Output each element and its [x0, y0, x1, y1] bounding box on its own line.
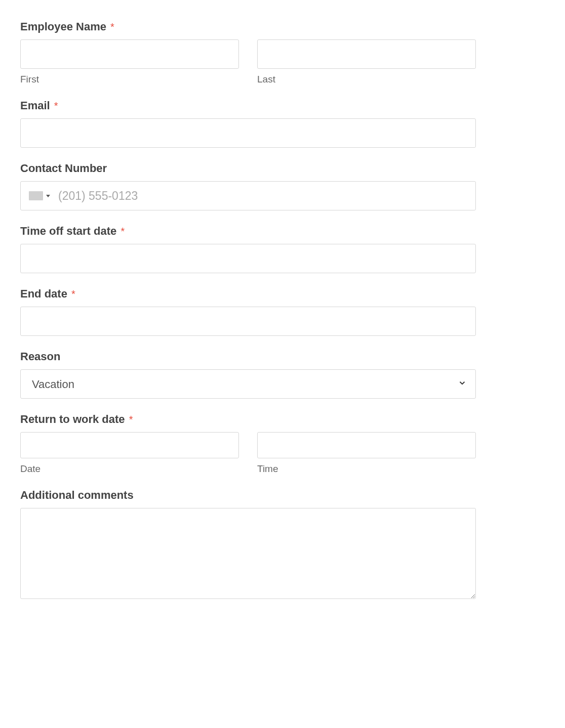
return-date-sublabel: Date: [20, 463, 239, 475]
required-marker: *: [110, 21, 114, 32]
last-name-col: Last: [257, 39, 476, 85]
required-marker: *: [71, 288, 75, 299]
return-date-col: Date: [20, 432, 239, 475]
phone-wrapper: [20, 181, 476, 210]
phone-input[interactable]: [58, 182, 467, 210]
flag-icon: [29, 191, 43, 200]
required-marker: *: [129, 414, 133, 425]
end-date-input[interactable]: [20, 307, 476, 336]
first-name-sublabel: First: [20, 74, 239, 85]
comments-field: Additional comments: [20, 489, 476, 601]
start-date-input[interactable]: [20, 244, 476, 273]
return-row: Date Time: [20, 432, 476, 475]
end-date-label: End date *: [20, 287, 476, 301]
required-marker: *: [54, 100, 58, 111]
country-flag-selector[interactable]: [29, 191, 50, 200]
required-marker: *: [120, 226, 125, 237]
employee-name-field: Employee Name * First Last: [20, 20, 476, 85]
return-time-input[interactable]: [257, 432, 476, 458]
contact-number-label: Contact Number: [20, 162, 476, 175]
comments-textarea[interactable]: [20, 508, 476, 599]
reason-select-wrapper: Vacation: [20, 369, 476, 399]
reason-label: Reason: [20, 350, 476, 363]
caret-down-icon: [46, 195, 50, 197]
employee-name-label: Employee Name *: [20, 20, 476, 33]
first-name-col: First: [20, 39, 239, 85]
return-time-sublabel: Time: [257, 463, 476, 475]
name-row: First Last: [20, 39, 476, 85]
form-container: Employee Name * First Last Email * Conta…: [20, 20, 476, 601]
reason-field: Reason Vacation: [20, 350, 476, 399]
return-to-work-label: Return to work date *: [20, 413, 476, 426]
end-date-field: End date *: [20, 287, 476, 336]
email-label: Email *: [20, 99, 476, 112]
reason-select[interactable]: Vacation: [20, 369, 476, 399]
return-to-work-field: Return to work date * Date Time: [20, 413, 476, 475]
contact-number-field: Contact Number: [20, 162, 476, 210]
comments-label: Additional comments: [20, 489, 476, 502]
last-name-input[interactable]: [257, 39, 476, 69]
email-field: Email *: [20, 99, 476, 148]
last-name-sublabel: Last: [257, 74, 476, 85]
start-date-field: Time off start date *: [20, 225, 476, 273]
first-name-input[interactable]: [20, 39, 239, 69]
return-date-input[interactable]: [20, 432, 239, 458]
email-input[interactable]: [20, 118, 476, 148]
start-date-label: Time off start date *: [20, 225, 476, 238]
return-time-col: Time: [257, 432, 476, 475]
